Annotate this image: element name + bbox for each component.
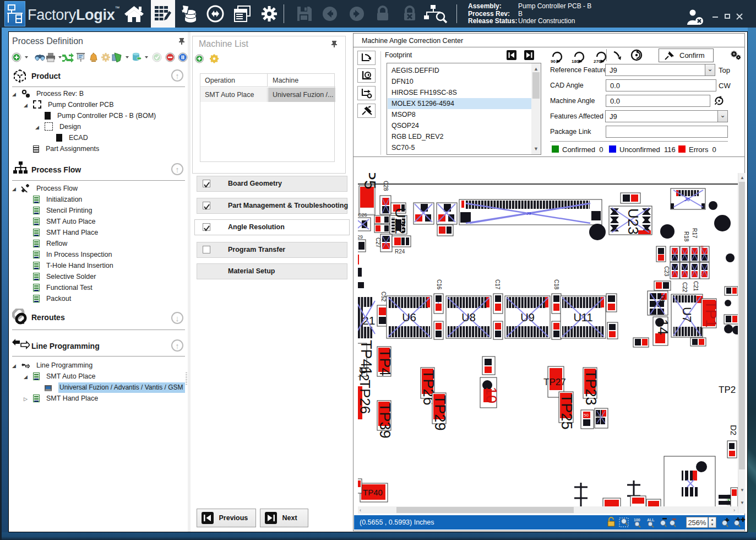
svg-text:D8: D8 xyxy=(659,295,666,303)
svg-text:R17: R17 xyxy=(692,228,698,239)
svg-text:C18: C18 xyxy=(553,279,559,290)
svg-text:U9: U9 xyxy=(520,311,535,323)
svg-text:C22: C22 xyxy=(682,282,688,293)
svg-text:90: 90 xyxy=(551,59,556,63)
svg-text:C21: C21 xyxy=(693,281,699,291)
svg-text:TP23: TP23 xyxy=(583,370,599,406)
svg-text:U7: U7 xyxy=(680,307,694,322)
svg-text:100: 100 xyxy=(634,518,640,522)
svg-text:TP26: TP26 xyxy=(358,380,373,414)
svg-text:R8: R8 xyxy=(439,228,445,233)
svg-text:C16: C16 xyxy=(436,279,442,290)
svg-text:C52: C52 xyxy=(380,291,387,302)
svg-text:U6: U6 xyxy=(402,311,416,323)
svg-text:U23: U23 xyxy=(625,208,641,235)
svg-text:D2: D2 xyxy=(729,425,738,435)
svg-text:50: 50 xyxy=(584,413,589,418)
svg-text:20: 20 xyxy=(701,273,705,277)
svg-text:R18: R18 xyxy=(683,231,689,242)
svg-text:TP25: TP25 xyxy=(558,394,575,430)
svg-text:ALL: ALL xyxy=(647,518,655,522)
svg-text:TP39: TP39 xyxy=(377,403,393,439)
svg-text:30: 30 xyxy=(659,256,663,260)
svg-text:C23: C23 xyxy=(663,266,670,277)
svg-text:P5: P5 xyxy=(361,173,379,190)
svg-text:J8: J8 xyxy=(684,197,690,202)
svg-text:180: 180 xyxy=(572,59,579,63)
svg-text:TP1: TP1 xyxy=(703,300,719,328)
svg-text:4: 4 xyxy=(376,227,378,231)
svg-text:TP2: TP2 xyxy=(719,385,736,395)
svg-text:J9: J9 xyxy=(526,211,531,216)
svg-text:C27: C27 xyxy=(375,237,381,248)
svg-text:TP29: TP29 xyxy=(432,395,448,431)
svg-text:R: R xyxy=(701,245,704,249)
svg-text:19: 19 xyxy=(608,305,613,310)
svg-text:29: 29 xyxy=(358,234,363,240)
svg-text:C28: C28 xyxy=(383,181,389,191)
svg-text:14: 14 xyxy=(655,319,671,335)
svg-text:C17: C17 xyxy=(494,279,501,290)
svg-text:C9: C9 xyxy=(436,325,440,328)
svg-text:U8: U8 xyxy=(461,311,476,323)
svg-text:TP27: TP27 xyxy=(543,377,566,387)
svg-text:R24: R24 xyxy=(395,249,405,255)
svg-text:a: a xyxy=(376,218,378,222)
svg-text:TP40: TP40 xyxy=(363,488,383,497)
svg-text:C6: C6 xyxy=(495,325,500,328)
svg-text:10: 10 xyxy=(483,387,499,403)
svg-text:270: 270 xyxy=(594,59,601,63)
svg-text:TP4: TP4 xyxy=(377,349,393,376)
svg-text:b2: b2 xyxy=(358,366,372,381)
svg-text:C26: C26 xyxy=(358,212,367,218)
svg-text:U11: U11 xyxy=(573,311,592,323)
svg-text:U22: U22 xyxy=(392,208,409,234)
